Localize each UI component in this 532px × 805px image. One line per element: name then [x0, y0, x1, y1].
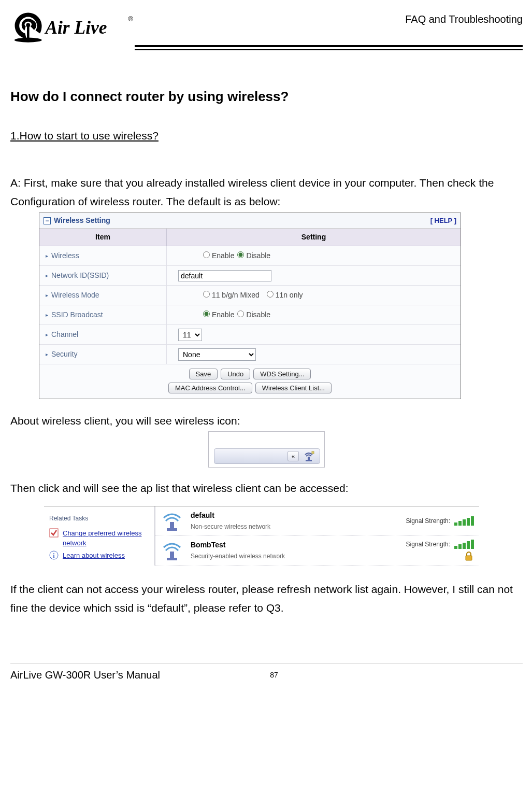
answer-paragraph-1: A: First, make sure that you already ins…: [10, 174, 523, 210]
row-label: Network ID(SSID): [51, 270, 109, 281]
brand-logo: Air Live ®: [10, 10, 145, 50]
wireless-network-row[interactable]: BombTest Security-enabled wireless netwo…: [155, 536, 479, 566]
signal-strength-label: Signal Strength:: [406, 516, 450, 526]
mode-mixed-option[interactable]: 11 b/g/n Mixed: [203, 290, 260, 301]
wireless-enable-option[interactable]: Enable: [203, 250, 234, 261]
svg-rect-7: [312, 451, 314, 454]
answer-paragraph-3: Then click and will see the ap list that…: [10, 479, 523, 498]
info-icon: i: [49, 550, 59, 560]
svg-rect-14: [167, 558, 177, 560]
change-preferred-network-link[interactable]: Change preferred wireless network: [63, 528, 149, 548]
bullet-icon: ▸: [46, 350, 48, 358]
panel-collapse-icon[interactable]: −: [44, 217, 51, 224]
network-name: BombTest: [191, 540, 399, 550]
row-label: Channel: [51, 329, 78, 340]
row-label: Wireless: [51, 250, 79, 261]
option-label: 11 b/g/n Mixed: [212, 291, 260, 299]
ssid-input[interactable]: [178, 270, 271, 281]
network-description: Non-secure wireless network: [191, 522, 399, 531]
svg-text:®: ®: [128, 16, 133, 23]
option-label: Disable: [246, 251, 270, 260]
svg-rect-6: [306, 460, 312, 461]
wireless-disable-option[interactable]: Disable: [237, 250, 270, 261]
bullet-icon: ▸: [46, 272, 48, 279]
signal-strength-label: Signal Strength:: [406, 540, 450, 549]
svg-rect-15: [466, 556, 472, 560]
wireless-network-icon: [161, 539, 183, 562]
answer-paragraph-4: If the client can not access your wirele…: [10, 580, 523, 617]
wireless-network-list-screenshot: Related Tasks Change preferred wireless …: [44, 506, 479, 566]
broadcast-enable-option[interactable]: Enable: [203, 309, 234, 320]
channel-select[interactable]: 11: [178, 329, 202, 341]
broadcast-disable-option[interactable]: Disable: [237, 309, 270, 320]
svg-rect-11: [170, 522, 174, 529]
svg-rect-12: [167, 528, 177, 531]
answer-paragraph-2: About wireless client, you will see wire…: [10, 412, 523, 430]
bullet-icon: ▸: [46, 311, 48, 319]
lock-icon: [464, 551, 474, 561]
page-number: 87: [160, 670, 388, 681]
help-link[interactable]: [ HELP ]: [430, 216, 456, 226]
row-label: Wireless Mode: [51, 290, 99, 301]
system-tray-screenshot: «: [208, 431, 325, 468]
mac-address-control-button[interactable]: MAC Address Control...: [168, 383, 252, 393]
network-description: Security-enabled wireless network: [191, 552, 399, 561]
related-tasks-heading: Related Tasks: [49, 514, 149, 523]
breadcrumb: FAQ and Troubleshooting: [405, 10, 523, 27]
wds-setting-button[interactable]: WDS Setting...: [253, 369, 311, 379]
wireless-setting-panel: − Wireless Setting [ HELP ] Item Setting…: [39, 213, 461, 399]
row-label: Security: [51, 349, 78, 360]
preferred-network-icon: [49, 528, 59, 538]
signal-bars-icon: [454, 540, 474, 549]
svg-rect-13: [170, 552, 174, 559]
mode-11n-option[interactable]: 11n only: [267, 290, 303, 301]
network-name: default: [191, 510, 399, 521]
option-label: Enable: [212, 251, 235, 260]
svg-point-2: [15, 38, 42, 43]
bullet-icon: ▸: [46, 331, 48, 338]
signal-bars-icon: [454, 516, 474, 526]
header-divider: [10, 45, 523, 55]
svg-rect-1: [27, 26, 30, 38]
wireless-network-icon: [161, 510, 183, 532]
security-select[interactable]: None: [178, 348, 256, 361]
wireless-tray-icon[interactable]: [303, 450, 314, 462]
panel-title: Wireless Setting: [54, 215, 110, 226]
svg-text:Air Live: Air Live: [44, 17, 107, 38]
faq-question: 1.How to start to use wireless?: [10, 128, 159, 144]
page-title: How do I connect router by using wireles…: [10, 87, 523, 107]
option-label: Enable: [212, 310, 235, 319]
option-label: 11n only: [276, 291, 303, 299]
wireless-network-row[interactable]: default Non-secure wireless network Sign…: [155, 506, 479, 536]
learn-about-wireless-link[interactable]: Learn about wireless: [63, 550, 125, 561]
tray-expand-icon[interactable]: «: [287, 451, 299, 461]
row-label: SSID Broadcast: [51, 309, 103, 320]
column-header-setting: Setting: [167, 229, 461, 246]
column-header-item: Item: [39, 229, 167, 246]
option-label: Disable: [246, 310, 270, 319]
footer-manual-name: AirLive GW-300R User’s Manual: [10, 667, 160, 683]
save-button[interactable]: Save: [189, 369, 218, 379]
bullet-icon: ▸: [46, 291, 48, 299]
wireless-client-list-button[interactable]: Wireless Client List...: [255, 383, 332, 393]
bullet-icon: ▸: [46, 252, 48, 260]
undo-button[interactable]: Undo: [221, 369, 250, 379]
svg-rect-8: [50, 529, 58, 537]
